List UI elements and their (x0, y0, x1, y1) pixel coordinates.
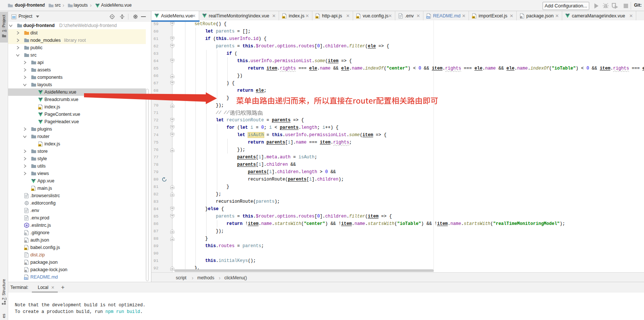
svg-text:JS: JS (316, 16, 318, 18)
svg-text:JS: JS (472, 16, 475, 18)
svg-text:JS: JS (282, 16, 285, 18)
svg-text:JS: JS (24, 248, 27, 250)
svg-text:MD: MD (427, 16, 430, 18)
svg-text:JS: JS (31, 189, 34, 191)
svg-text:JS: JS (38, 107, 41, 110)
svg-text:MD: MD (24, 277, 27, 280)
svg-text:JS: JS (356, 16, 359, 18)
svg-text:JS: JS (38, 144, 41, 146)
